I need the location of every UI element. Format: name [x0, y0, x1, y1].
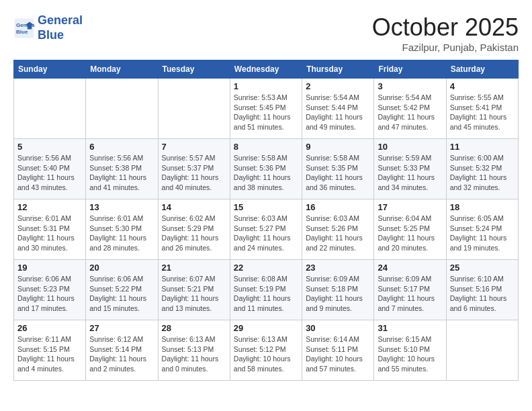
day-info: Sunrise: 6:01 AMSunset: 5:31 PMDaylight:… — [17, 214, 82, 253]
day-number: 26 — [17, 323, 82, 333]
day-number: 22 — [234, 263, 298, 273]
day-number: 15 — [234, 202, 298, 212]
day-info: Sunrise: 6:11 AMSunset: 5:15 PMDaylight:… — [17, 334, 82, 374]
day-info: Sunrise: 5:56 AMSunset: 5:40 PMDaylight:… — [17, 153, 82, 193]
day-number: 13 — [89, 202, 154, 212]
day-number: 1 — [234, 81, 298, 91]
day-number: 4 — [450, 81, 515, 91]
svg-text:Blue: Blue — [16, 29, 28, 35]
weekday-header-monday: Monday — [86, 60, 158, 79]
location: Fazilpur, Punjab, Pakistan — [372, 42, 519, 53]
day-number: 8 — [234, 142, 298, 152]
calendar-cell: 13Sunrise: 6:01 AMSunset: 5:30 PMDayligh… — [86, 199, 158, 260]
page-header: General Blue General Blue October 2025 F… — [13, 13, 519, 53]
calendar-cell: 31Sunrise: 6:15 AMSunset: 5:10 PMDayligh… — [374, 320, 446, 381]
calendar-cell: 27Sunrise: 6:12 AMSunset: 5:14 PMDayligh… — [86, 320, 158, 381]
day-number: 25 — [450, 263, 515, 273]
day-number: 2 — [306, 81, 370, 91]
day-number: 24 — [378, 263, 442, 273]
day-info: Sunrise: 6:13 AMSunset: 5:12 PMDaylight:… — [234, 334, 298, 374]
calendar-cell — [14, 79, 86, 139]
logo-line2: Blue — [38, 28, 64, 42]
calendar-cell: 30Sunrise: 6:14 AMSunset: 5:11 PMDayligh… — [302, 320, 374, 381]
calendar-table: SundayMondayTuesdayWednesdayThursdayFrid… — [13, 60, 519, 381]
day-info: Sunrise: 5:54 AMSunset: 5:44 PMDaylight:… — [306, 93, 370, 132]
day-info: Sunrise: 6:02 AMSunset: 5:29 PMDaylight:… — [162, 214, 226, 253]
calendar-cell: 17Sunrise: 6:04 AMSunset: 5:25 PMDayligh… — [374, 199, 446, 260]
day-number: 9 — [306, 142, 370, 152]
day-number: 11 — [450, 142, 515, 152]
day-info: Sunrise: 6:03 AMSunset: 5:27 PMDaylight:… — [234, 214, 298, 253]
day-number: 3 — [378, 81, 442, 91]
day-info: Sunrise: 6:05 AMSunset: 5:24 PMDaylight:… — [450, 214, 515, 253]
day-info: Sunrise: 6:09 AMSunset: 5:18 PMDaylight:… — [306, 274, 370, 314]
weekday-header-wednesday: Wednesday — [230, 60, 302, 79]
calendar-cell: 29Sunrise: 6:13 AMSunset: 5:12 PMDayligh… — [230, 320, 302, 381]
calendar-cell: 5Sunrise: 5:56 AMSunset: 5:40 PMDaylight… — [14, 139, 86, 199]
day-number: 19 — [17, 263, 82, 273]
month-title: October 2025 — [372, 13, 519, 42]
day-number: 6 — [89, 142, 154, 152]
day-number: 16 — [306, 202, 370, 212]
calendar-cell: 4Sunrise: 5:55 AMSunset: 5:41 PMDaylight… — [446, 79, 518, 139]
calendar-cell: 15Sunrise: 6:03 AMSunset: 5:27 PMDayligh… — [230, 199, 302, 260]
day-info: Sunrise: 6:09 AMSunset: 5:17 PMDaylight:… — [378, 274, 442, 314]
logo-icon: General Blue — [13, 17, 35, 39]
calendar-cell: 12Sunrise: 6:01 AMSunset: 5:31 PMDayligh… — [14, 199, 86, 260]
day-number: 23 — [306, 263, 370, 273]
calendar-cell: 6Sunrise: 5:56 AMSunset: 5:38 PMDaylight… — [86, 139, 158, 199]
day-info: Sunrise: 6:08 AMSunset: 5:19 PMDaylight:… — [234, 274, 298, 314]
day-info: Sunrise: 6:04 AMSunset: 5:25 PMDaylight:… — [378, 214, 442, 253]
calendar-cell: 21Sunrise: 6:07 AMSunset: 5:21 PMDayligh… — [158, 260, 230, 320]
calendar-cell: 9Sunrise: 5:58 AMSunset: 5:35 PMDaylight… — [302, 139, 374, 199]
weekday-header-thursday: Thursday — [302, 60, 374, 79]
day-info: Sunrise: 5:59 AMSunset: 5:33 PMDaylight:… — [378, 153, 442, 193]
day-number: 27 — [89, 323, 154, 333]
day-info: Sunrise: 6:03 AMSunset: 5:26 PMDaylight:… — [306, 214, 370, 253]
calendar-cell: 10Sunrise: 5:59 AMSunset: 5:33 PMDayligh… — [374, 139, 446, 199]
day-number: 14 — [162, 202, 226, 212]
day-number: 7 — [162, 142, 226, 152]
calendar-cell: 23Sunrise: 6:09 AMSunset: 5:18 PMDayligh… — [302, 260, 374, 320]
day-number: 10 — [378, 142, 442, 152]
calendar-cell — [446, 320, 518, 381]
day-info: Sunrise: 5:53 AMSunset: 5:45 PMDaylight:… — [234, 93, 298, 132]
day-info: Sunrise: 5:57 AMSunset: 5:37 PMDaylight:… — [162, 153, 226, 193]
calendar-cell: 16Sunrise: 6:03 AMSunset: 5:26 PMDayligh… — [302, 199, 374, 260]
day-info: Sunrise: 6:14 AMSunset: 5:11 PMDaylight:… — [306, 334, 370, 374]
logo-line1: General — [38, 13, 83, 27]
day-number: 30 — [306, 323, 370, 333]
day-number: 28 — [162, 323, 226, 333]
calendar-week-3: 19Sunrise: 6:06 AMSunset: 5:23 PMDayligh… — [14, 260, 519, 320]
day-info: Sunrise: 5:56 AMSunset: 5:38 PMDaylight:… — [89, 153, 154, 193]
day-info: Sunrise: 5:54 AMSunset: 5:42 PMDaylight:… — [378, 93, 442, 132]
day-number: 12 — [17, 202, 82, 212]
logo-text: General Blue — [38, 13, 83, 42]
weekday-header-saturday: Saturday — [446, 60, 518, 79]
day-number: 17 — [378, 202, 442, 212]
calendar-cell: 19Sunrise: 6:06 AMSunset: 5:23 PMDayligh… — [14, 260, 86, 320]
weekday-header-sunday: Sunday — [14, 60, 86, 79]
calendar-cell: 2Sunrise: 5:54 AMSunset: 5:44 PMDaylight… — [302, 79, 374, 139]
calendar-cell: 22Sunrise: 6:08 AMSunset: 5:19 PMDayligh… — [230, 260, 302, 320]
day-number: 21 — [162, 263, 226, 273]
day-info: Sunrise: 6:12 AMSunset: 5:14 PMDaylight:… — [89, 334, 154, 374]
calendar-cell: 24Sunrise: 6:09 AMSunset: 5:17 PMDayligh… — [374, 260, 446, 320]
day-info: Sunrise: 6:07 AMSunset: 5:21 PMDaylight:… — [162, 274, 226, 314]
calendar-cell: 3Sunrise: 5:54 AMSunset: 5:42 PMDaylight… — [374, 79, 446, 139]
day-info: Sunrise: 6:01 AMSunset: 5:30 PMDaylight:… — [89, 214, 154, 253]
weekday-header-row: SundayMondayTuesdayWednesdayThursdayFrid… — [14, 60, 519, 79]
logo: General Blue General Blue — [13, 13, 83, 42]
day-number: 5 — [17, 142, 82, 152]
calendar-cell: 14Sunrise: 6:02 AMSunset: 5:29 PMDayligh… — [158, 199, 230, 260]
day-number: 31 — [378, 323, 442, 333]
calendar-cell — [158, 79, 230, 139]
title-area: October 2025 Fazilpur, Punjab, Pakistan — [372, 13, 519, 53]
calendar-cell: 28Sunrise: 6:13 AMSunset: 5:13 PMDayligh… — [158, 320, 230, 381]
calendar-week-4: 26Sunrise: 6:11 AMSunset: 5:15 PMDayligh… — [14, 320, 519, 381]
calendar-cell: 11Sunrise: 6:00 AMSunset: 5:32 PMDayligh… — [446, 139, 518, 199]
calendar-cell: 1Sunrise: 5:53 AMSunset: 5:45 PMDaylight… — [230, 79, 302, 139]
svg-text:General: General — [16, 22, 35, 28]
calendar-week-0: 1Sunrise: 5:53 AMSunset: 5:45 PMDaylight… — [14, 79, 519, 139]
day-number: 18 — [450, 202, 515, 212]
